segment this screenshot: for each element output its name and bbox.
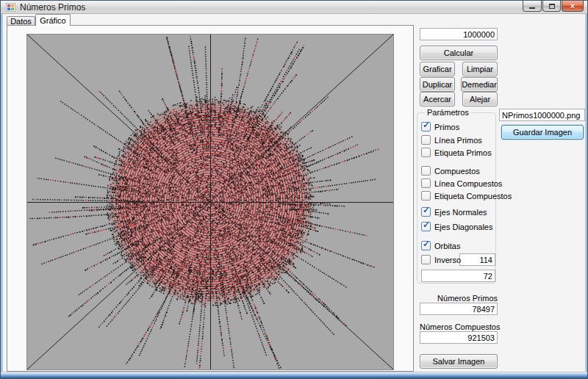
close-button[interactable]: × [562,1,584,12]
app-window: Números Primos × Datos Gráfico Calcular … [0,0,588,379]
plot-area [26,34,394,370]
checkbox-box: ✓ [421,178,431,188]
checkbox-box: ✓ [421,191,431,201]
checkbox-ejes-normales[interactable]: ✓ Ejes Normales [421,207,487,217]
tab-page-grafico [7,25,414,372]
checkbox-etiqueta-compuestos[interactable]: ✓ Etiqueta Compuestos [421,191,512,201]
check-icon: ✓ [423,206,430,215]
checkbox-orbitas[interactable]: ✓ Orbitas [421,241,460,250]
window-title: Números Primos [20,2,85,12]
window-border-bottom [1,372,587,378]
numeros-primos-label: Números Primos [420,294,498,303]
numeros-compuestos-value[interactable] [420,331,498,344]
graficar-button[interactable]: Graficar [420,62,455,76]
checkbox-label: Ejes Normales [434,208,487,217]
checkbox-primos[interactable]: ✓ Primos [421,122,459,131]
title-bar: Números Primos × [1,1,587,14]
checkbox-label: Primos [434,123,459,131]
filename-input[interactable] [499,109,585,121]
check-icon: ✓ [423,220,430,230]
salvar-imagen-button[interactable]: Salvar Imagen [420,354,498,369]
prime-plot-canvas [27,35,393,369]
check-icon: ✓ [423,120,430,130]
acercar-button[interactable]: Acercar [420,92,455,107]
checkbox-label: Línea Primos [434,136,482,145]
maximize-button[interactable] [542,1,561,12]
checkbox-box: ✓ [421,222,431,231]
extra-value-input[interactable] [421,270,495,282]
alejar-button[interactable]: Alejar [462,92,498,107]
guardar-imagen-button[interactable]: Guardar Imagen [501,125,584,140]
checkbox-box: ✓ [421,122,431,131]
minimize-icon [529,7,535,9]
numeros-compuestos-label: Números Compuestos [420,322,498,331]
checkbox-compuestos[interactable]: ✓ Compuestos [421,166,480,176]
checkbox-label: Línea Compuestos [434,179,502,188]
window-border-left [1,14,3,372]
numeros-primos-value[interactable] [420,303,498,315]
checkbox-box: ✓ [421,148,431,157]
app-icon [6,3,15,12]
checkbox-linea-compuestos[interactable]: ✓ Línea Compuestos [421,178,502,188]
window-border-right [585,14,587,372]
duplicar-button[interactable]: Duplicar [420,77,455,92]
parametros-title: Parámetros [425,108,471,117]
maximize-icon [549,4,555,9]
minimize-button[interactable] [523,1,542,12]
checkbox-box: ✓ [421,255,431,264]
check-icon: ✓ [423,239,430,249]
inverso-value-input[interactable] [459,253,495,266]
number-count-input[interactable] [420,28,498,40]
checkbox-label: Etiqueta Primos [434,148,492,157]
checkbox-label: Ejes Diagonales [434,223,493,231]
checkbox-box: ✓ [421,135,431,145]
limpiar-button[interactable]: Limpiar [462,62,498,76]
calcular-button[interactable]: Calcular [420,46,498,60]
checkbox-ejes-diagonales[interactable]: ✓ Ejes Diagonales [421,222,493,231]
checkbox-etiqueta-primos[interactable]: ✓ Etiqueta Primos [421,148,492,157]
checkbox-label: Orbitas [434,242,460,250]
checkbox-inverso[interactable]: ✓ Inverso [421,255,461,264]
tab-grafico[interactable]: Gráfico [35,14,71,26]
checkbox-label: Compuestos [434,167,480,176]
checkbox-box: ✓ [421,241,431,250]
checkbox-linea-primos[interactable]: ✓ Línea Primos [421,135,482,145]
close-icon: × [570,1,575,11]
checkbox-box: ✓ [421,166,431,176]
demediar-button[interactable]: Demediar [461,77,498,92]
checkbox-label: Inverso [434,256,461,264]
checkbox-label: Etiqueta Compuestos [434,192,512,201]
checkbox-box: ✓ [421,207,431,217]
